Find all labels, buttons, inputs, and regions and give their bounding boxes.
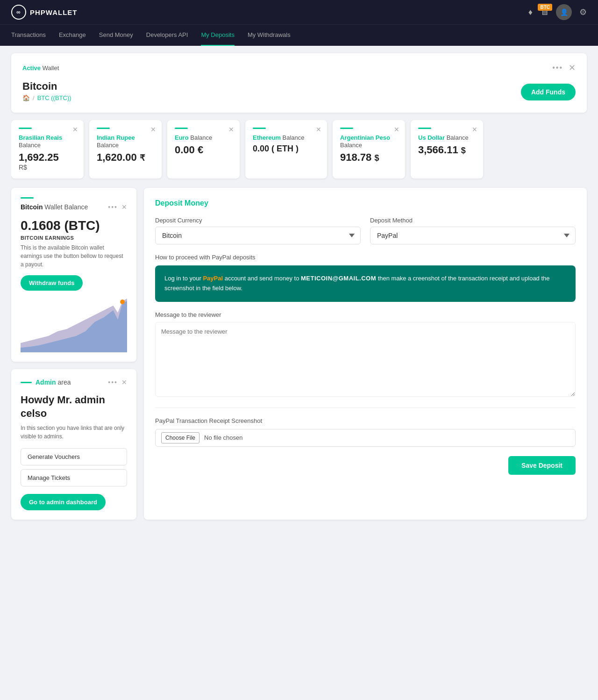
admin-accent-bar (21, 382, 32, 383)
message-label: Message to the reviewer (155, 311, 576, 318)
admin-description: In this section you have links that are … (21, 424, 127, 441)
choose-file-button[interactable]: Choose File (161, 432, 199, 443)
balance-accent-bar (340, 128, 353, 129)
left-panel: Bitcoin Wallet Balance ••• ✕ 0.1608 (BTC… (11, 188, 136, 520)
deposit-currency-select[interactable]: Bitcoin (155, 227, 361, 244)
btc-more-icon[interactable]: ••• (108, 203, 118, 211)
balance-accent-bar (418, 128, 431, 129)
balance-card-eur: ✕ Euro Balance 0.00 € (167, 120, 240, 179)
breadcrumb-home[interactable]: 🏠 (22, 94, 30, 101)
diamond-icon[interactable]: ♦ (528, 7, 533, 17)
deposit-method-field: Deposit Method PayPal (370, 217, 576, 244)
close-usd-icon[interactable]: ✕ (472, 126, 477, 133)
settings-icon[interactable]: ⚙ (579, 7, 587, 17)
btc-chart (21, 296, 127, 352)
manage-tickets-button[interactable]: Manage Tickets (21, 469, 127, 486)
balance-card-eth: ✕ Ethereum Balance 0.00 ( ETH ) (245, 120, 327, 179)
btc-balance-amount: 0.1608 (BTC) (21, 218, 127, 233)
withdraw-funds-button[interactable]: Withdraw funds (21, 275, 83, 291)
avatar[interactable]: 👤 (556, 4, 572, 20)
btc-badge: BTC (538, 4, 552, 11)
balance-card-ars: ✕ Argentinian Peso Balance 918.78 $ (333, 120, 405, 179)
paypal-link[interactable]: PayPal (203, 275, 223, 282)
header-actions: ♦ 🖥 BTC 👤 ⚙ (528, 4, 587, 20)
message-textarea[interactable] (155, 322, 576, 397)
close-eur-icon[interactable]: ✕ (228, 126, 234, 133)
paypal-info-prefix: Log in to your (164, 275, 203, 282)
add-funds-button[interactable]: Add Funds (521, 84, 576, 100)
eth-amount: 0.00 ( ETH ) (253, 144, 320, 154)
paypal-info-mid: account and send money to (223, 275, 301, 282)
close-icon[interactable]: ✕ (569, 63, 576, 73)
brl-unit: R$ (19, 164, 76, 171)
admin-dashboard-button[interactable]: Go to admin dashboard (21, 494, 106, 510)
admin-close-icon[interactable]: ✕ (121, 379, 127, 386)
ars-amount: 918.78 $ (340, 151, 398, 164)
admin-card-title: Admin area (36, 379, 71, 386)
deposit-title: Deposit Money (155, 199, 576, 207)
save-deposit-button[interactable]: Save Deposit (508, 456, 576, 475)
close-brl-icon[interactable]: ✕ (72, 126, 78, 133)
usd-amount: 3,566.11 $ (418, 144, 476, 156)
brl-amount: 1,692.25 (19, 151, 76, 164)
breadcrumb-current[interactable]: BTC ((BTC)) (37, 94, 71, 101)
deposit-method-label: Deposit Method (370, 217, 576, 224)
deposit-currency-field: Deposit Currency Bitcoin (155, 217, 361, 244)
admin-greeting: Howdy Mr. admin celso (21, 393, 127, 420)
nav: Transactions Exchange Send Money Develop… (0, 24, 598, 46)
wallet-title: Bitcoin (22, 80, 71, 93)
bottom-section: Bitcoin Wallet Balance ••• ✕ 0.1608 (BTC… (11, 188, 587, 520)
btc-card-header: Bitcoin Wallet Balance ••• ✕ (21, 203, 127, 211)
btc-accent-bar (21, 197, 34, 199)
active-wallet-label: Active Wallet (22, 64, 59, 71)
btc-card-actions: ••• ✕ (108, 203, 127, 211)
btc-wallet-card: Bitcoin Wallet Balance ••• ✕ 0.1608 (BTC… (11, 188, 136, 362)
breadcrumb: 🏠 / BTC ((BTC)) (22, 94, 71, 101)
deposit-panel: Deposit Money Deposit Currency Bitcoin D… (144, 188, 587, 520)
close-ars-icon[interactable]: ✕ (394, 126, 399, 133)
wallet-info: Bitcoin 🏠 / BTC ((BTC)) (22, 80, 71, 103)
balance-card-brl: ✕ Brasilian Reais Balance 1,692.25 R$ (11, 120, 84, 179)
more-icon[interactable]: ••• (552, 64, 563, 72)
balance-card-inr: ✕ Indian Rupee Balance 1,620.00 ₹ (89, 120, 162, 179)
admin-title-bold: Admin (36, 379, 56, 386)
nav-transactions[interactable]: Transactions (11, 25, 46, 46)
svg-point-2 (120, 300, 125, 304)
logo-text: PHPWALLET (30, 8, 78, 16)
btc-title-rest: Wallet Balance (43, 203, 88, 211)
paypal-email: METICOIN@GMAIL.COM (301, 275, 376, 282)
balance-accent-bar (175, 128, 188, 129)
how-to-label: How to proceed with PayPal deposits (155, 254, 576, 261)
admin-card-header: Admin area ••• ✕ (21, 379, 127, 386)
btc-title-bold: Bitcoin (21, 203, 43, 211)
divider (155, 407, 576, 408)
balance-card-usd: ✕ Us Dollar Balance 3,566.11 $ (411, 120, 483, 179)
nav-send-money[interactable]: Send Money (99, 25, 133, 46)
active-label-suffix: Wallet (41, 64, 59, 71)
close-eth-icon[interactable]: ✕ (316, 126, 321, 133)
deposit-method-select[interactable]: PayPal (370, 227, 576, 244)
admin-more-icon[interactable]: ••• (108, 379, 118, 386)
admin-title-rest: area (56, 379, 71, 386)
eur-amount: 0.00 € (175, 144, 232, 156)
file-input-row: Choose File No file chosen (155, 429, 576, 447)
admin-card: Admin area ••• ✕ Howdy Mr. admin celso I… (11, 369, 136, 520)
logo[interactable]: ∞ PHPWALLET (11, 5, 78, 20)
balance-accent-bar (97, 128, 110, 129)
generate-vouchers-button[interactable]: Generate Vouchers (21, 448, 127, 465)
nav-my-deposits[interactable]: My Deposits (201, 25, 235, 46)
header: ∞ PHPWALLET ♦ 🖥 BTC 👤 ⚙ (0, 0, 598, 24)
paypal-info-box: Log in to your PayPal account and send m… (155, 265, 576, 302)
btc-close-icon[interactable]: ✕ (121, 203, 127, 211)
active-label-prefix: Active (22, 64, 41, 71)
nav-exchange[interactable]: Exchange (59, 25, 86, 46)
card-header: Active Wallet ••• ✕ (22, 63, 576, 73)
notification-icon[interactable]: 🖥 BTC (540, 7, 548, 17)
balance-cards-row: ✕ Brasilian Reais Balance 1,692.25 R$ ✕ … (11, 120, 587, 180)
nav-my-withdrawals[interactable]: My Withdrawals (248, 25, 291, 46)
nav-developers-api[interactable]: Developers API (146, 25, 188, 46)
close-inr-icon[interactable]: ✕ (150, 126, 156, 133)
no-file-text: No file chosen (204, 434, 242, 441)
active-wallet-card: Active Wallet ••• ✕ Bitcoin 🏠 / BTC ((BT… (11, 53, 587, 113)
deposit-currency-label: Deposit Currency (155, 217, 361, 224)
